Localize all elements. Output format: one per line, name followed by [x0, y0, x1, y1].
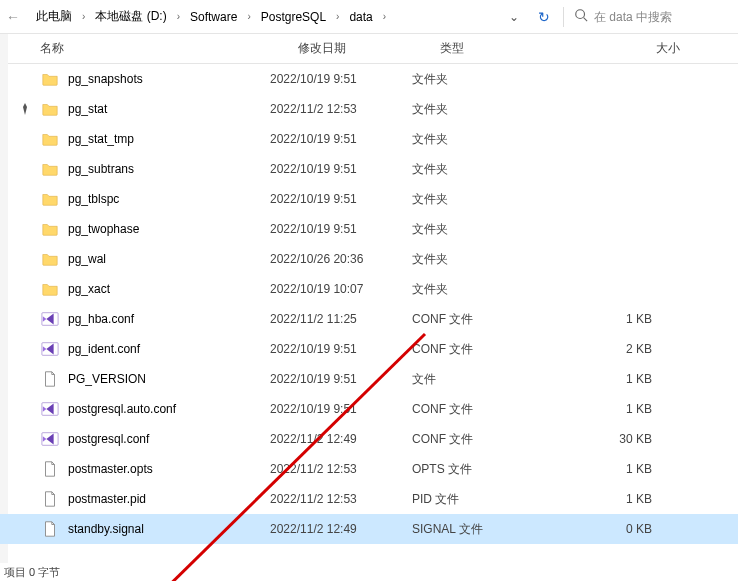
svg-point-0: [576, 10, 585, 19]
address-bar: ← 此电脑›本地磁盘 (D:)›Software›PostgreSQL›data…: [0, 0, 738, 34]
history-dropdown-icon[interactable]: ⌄: [499, 10, 529, 24]
refresh-icon[interactable]: ↻: [529, 9, 559, 25]
file-type: CONF 文件: [412, 311, 552, 328]
file-date: 2022/10/26 20:36: [270, 252, 412, 266]
chevron-right-icon: ›: [334, 11, 341, 22]
file-row[interactable]: pg_twophase2022/10/19 9:51文件夹: [0, 214, 738, 244]
file-date: 2022/10/19 9:51: [270, 72, 412, 86]
file-type: 文件夹: [412, 131, 552, 148]
breadcrumb-segment[interactable]: PostgreSQL: [257, 8, 330, 26]
visual-studio-icon: [40, 309, 60, 329]
file-date: 2022/11/2 11:25: [270, 312, 412, 326]
header-type[interactable]: 类型: [440, 40, 580, 57]
folder-icon: [40, 129, 60, 149]
chevron-right-icon: ›: [245, 11, 252, 22]
file-type: 文件夹: [412, 161, 552, 178]
file-row[interactable]: pg_ident.conf2022/10/19 9:51CONF 文件2 KB: [0, 334, 738, 364]
file-type: 文件夹: [412, 71, 552, 88]
file-icon: [40, 369, 60, 389]
file-type: PID 文件: [412, 491, 552, 508]
file-type: OPTS 文件: [412, 461, 552, 478]
file-type: 文件夹: [412, 191, 552, 208]
folder-icon: [40, 249, 60, 269]
breadcrumb-segment[interactable]: data: [345, 8, 376, 26]
file-type: SIGNAL 文件: [412, 521, 552, 538]
file-name: pg_tblspc: [68, 192, 119, 206]
file-name: standby.signal: [68, 522, 144, 536]
header-size[interactable]: 大小: [580, 40, 700, 57]
file-name: postgresql.conf: [68, 432, 149, 446]
file-date: 2022/11/2 12:53: [270, 102, 412, 116]
file-row[interactable]: postmaster.opts2022/11/2 12:53OPTS 文件1 K…: [0, 454, 738, 484]
file-row[interactable]: pg_tblspc2022/10/19 9:51文件夹: [0, 184, 738, 214]
file-name: pg_stat: [68, 102, 107, 116]
file-row[interactable]: pg_subtrans2022/10/19 9:51文件夹: [0, 154, 738, 184]
file-type: 文件夹: [412, 251, 552, 268]
file-type: CONF 文件: [412, 431, 552, 448]
file-type: 文件: [412, 371, 552, 388]
file-row[interactable]: pg_stat_tmp2022/10/19 9:51文件夹: [0, 124, 738, 154]
file-name: postgresql.auto.conf: [68, 402, 176, 416]
file-name: pg_xact: [68, 282, 110, 296]
nav-back-icon[interactable]: ←: [0, 9, 26, 25]
header-name[interactable]: 名称: [40, 40, 298, 57]
divider: [563, 7, 564, 27]
file-row[interactable]: postgresql.auto.conf2022/10/19 9:51CONF …: [0, 394, 738, 424]
file-size: 2 KB: [552, 342, 672, 356]
svg-line-1: [584, 18, 588, 22]
file-row[interactable]: pg_xact2022/10/19 10:07文件夹: [0, 274, 738, 304]
file-icon: [40, 459, 60, 479]
file-name: PG_VERSION: [68, 372, 146, 386]
chevron-right-icon: ›: [175, 11, 182, 22]
breadcrumb-segment[interactable]: 本地磁盘 (D:): [91, 6, 170, 27]
header-date[interactable]: 修改日期: [298, 40, 440, 57]
breadcrumb-segment[interactable]: 此电脑: [32, 6, 76, 27]
file-name: pg_hba.conf: [68, 312, 134, 326]
file-name: pg_stat_tmp: [68, 132, 134, 146]
file-row[interactable]: PG_VERSION2022/10/19 9:51文件1 KB: [0, 364, 738, 394]
folder-icon: [40, 99, 60, 119]
folder-icon: [40, 279, 60, 299]
file-date: 2022/10/19 9:51: [270, 372, 412, 386]
file-icon: [40, 489, 60, 509]
chevron-right-icon: ›: [80, 11, 87, 22]
file-row[interactable]: pg_snapshots2022/10/19 9:51文件夹: [0, 64, 738, 94]
file-size: 0 KB: [552, 522, 672, 536]
file-date: 2022/10/19 9:51: [270, 222, 412, 236]
file-date: 2022/10/19 10:07: [270, 282, 412, 296]
folder-icon: [40, 69, 60, 89]
file-row[interactable]: pg_stat2022/11/2 12:53文件夹: [0, 94, 738, 124]
file-row[interactable]: pg_wal2022/10/26 20:36文件夹: [0, 244, 738, 274]
file-date: 2022/11/2 12:53: [270, 492, 412, 506]
breadcrumb-segment[interactable]: Software: [186, 8, 241, 26]
file-date: 2022/10/19 9:51: [270, 192, 412, 206]
visual-studio-icon: [40, 399, 60, 419]
file-name: pg_snapshots: [68, 72, 143, 86]
column-headers[interactable]: 名称 修改日期 类型 大小: [0, 34, 738, 64]
file-row[interactable]: standby.signal2022/11/2 12:49SIGNAL 文件0 …: [0, 514, 738, 544]
file-date: 2022/10/19 9:51: [270, 162, 412, 176]
file-date: 2022/11/2 12:49: [270, 432, 412, 446]
status-bar: 项目 0 字节: [0, 563, 738, 581]
file-name: postmaster.pid: [68, 492, 146, 506]
search-box[interactable]: [568, 3, 738, 31]
file-date: 2022/10/19 9:51: [270, 132, 412, 146]
file-size: 1 KB: [552, 492, 672, 506]
breadcrumb[interactable]: 此电脑›本地磁盘 (D:)›Software›PostgreSQL›data›: [26, 3, 499, 31]
file-row[interactable]: postgresql.conf2022/11/2 12:49CONF 文件30 …: [0, 424, 738, 454]
folder-icon: [40, 189, 60, 209]
file-date: 2022/11/2 12:53: [270, 462, 412, 476]
file-size: 30 KB: [552, 432, 672, 446]
file-name: pg_subtrans: [68, 162, 134, 176]
file-date: 2022/11/2 12:49: [270, 522, 412, 536]
file-row[interactable]: postmaster.pid2022/11/2 12:53PID 文件1 KB: [0, 484, 738, 514]
quickaccess-pin-icon: [10, 103, 40, 115]
search-input[interactable]: [594, 10, 732, 24]
file-row[interactable]: pg_hba.conf2022/11/2 11:25CONF 文件1 KB: [0, 304, 738, 334]
file-size: 1 KB: [552, 462, 672, 476]
file-size: 1 KB: [552, 372, 672, 386]
chevron-right-icon: ›: [381, 11, 388, 22]
file-icon: [40, 519, 60, 539]
file-name: pg_ident.conf: [68, 342, 140, 356]
folder-icon: [40, 159, 60, 179]
